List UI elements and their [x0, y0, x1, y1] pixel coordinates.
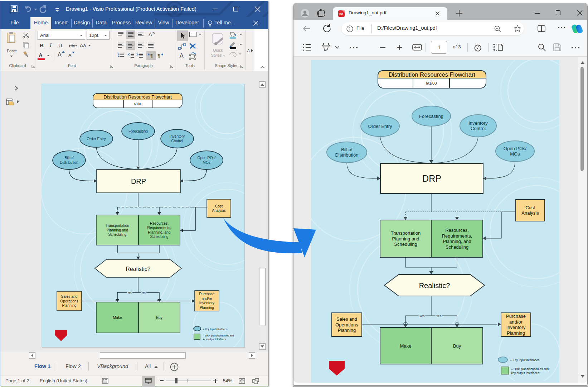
- svg-text:Realistic?: Realistic?: [126, 266, 150, 272]
- svg-text:Order Entry: Order Entry: [87, 137, 106, 141]
- svg-text:Requirements,: Requirements,: [442, 233, 472, 239]
- svg-text:Distribution Resources Flowcha: Distribution Resources Flowchart: [103, 94, 172, 100]
- svg-text:Inventory: Inventory: [506, 325, 526, 330]
- svg-text:Cost: Cost: [215, 204, 223, 208]
- svg-text:Purchase: Purchase: [506, 314, 526, 319]
- svg-text:Scheduling: Scheduling: [108, 233, 127, 236]
- svg-text:MOs: MOs: [203, 161, 210, 164]
- svg-text:Open POs/: Open POs/: [504, 146, 527, 151]
- svg-text:= DRP plans/schedules and: = DRP plans/schedules and: [203, 334, 234, 337]
- svg-text:Order Entry: Order Entry: [368, 124, 392, 129]
- svg-text:Scheduling: Scheduling: [394, 242, 417, 247]
- svg-text:Distribution Resources Flowcha: Distribution Resources Flowchart: [389, 71, 476, 78]
- svg-text:Planning, and: Planning, and: [148, 230, 171, 234]
- svg-text:Cost: Cost: [525, 205, 535, 210]
- svg-text:A: A: [149, 31, 152, 37]
- svg-text:Open POs/: Open POs/: [198, 156, 216, 160]
- svg-text:Buy: Buy: [453, 343, 461, 349]
- svg-text:Resources,: Resources,: [150, 221, 169, 225]
- svg-text:Bill of: Bill of: [64, 156, 73, 160]
- svg-text:DRP: DRP: [422, 173, 441, 183]
- svg-text:= DRP plans/schedules and: = DRP plans/schedules and: [511, 367, 549, 371]
- svg-text:Resources,: Resources,: [445, 228, 469, 233]
- svg-text:Planning and: Planning and: [392, 236, 419, 242]
- svg-text:key output interfaces: key output interfaces: [511, 371, 539, 375]
- svg-text:Operations: Operations: [335, 322, 358, 328]
- svg-text:DRP: DRP: [131, 177, 146, 185]
- svg-text:Transportation: Transportation: [106, 224, 129, 228]
- svg-text:Yes: Yes: [127, 291, 132, 294]
- svg-text:Yes: Yes: [141, 291, 146, 294]
- svg-text:Inventory: Inventory: [199, 301, 215, 305]
- svg-text:Inventory: Inventory: [170, 134, 185, 138]
- svg-text:Buy: Buy: [156, 316, 163, 320]
- svg-text:Sales and: Sales and: [336, 316, 357, 322]
- svg-text:Yes: Yes: [419, 314, 425, 318]
- svg-text:Control: Control: [171, 139, 183, 143]
- svg-text:Yes: Yes: [436, 314, 442, 318]
- svg-text:Forecasting: Forecasting: [419, 114, 443, 119]
- svg-text:Forecasting: Forecasting: [128, 129, 148, 133]
- svg-text:key output interfaces: key output interfaces: [203, 338, 226, 341]
- svg-text:Transportation: Transportation: [391, 230, 421, 236]
- svg-text:Scheduling: Scheduling: [150, 235, 169, 239]
- svg-text:Planning, and: Planning, and: [443, 239, 471, 244]
- svg-text:Make: Make: [400, 343, 412, 349]
- svg-text:Inventory: Inventory: [468, 120, 488, 126]
- svg-text:Scheduling: Scheduling: [446, 244, 468, 250]
- svg-text:Purchase: Purchase: [199, 292, 215, 296]
- svg-text:Distribution: Distribution: [60, 161, 78, 164]
- svg-text:= Key Input interfaces: = Key Input interfaces: [203, 328, 227, 331]
- svg-text:Planning: Planning: [62, 304, 76, 307]
- svg-text:Planning and: Planning and: [107, 228, 128, 232]
- svg-text:= Key Input interfaces: = Key Input interfaces: [510, 358, 539, 362]
- svg-text:Bill of: Bill of: [341, 147, 353, 152]
- svg-text:Planning: Planning: [200, 306, 214, 310]
- svg-text:Analysis: Analysis: [521, 210, 539, 216]
- svg-text:Sales and: Sales and: [61, 295, 78, 298]
- svg-text:6/1/00: 6/1/00: [426, 81, 437, 85]
- svg-text:Control: Control: [471, 126, 486, 131]
- svg-text:Make: Make: [113, 316, 122, 320]
- svg-text:and/or: and/or: [201, 297, 212, 301]
- svg-text:Operations: Operations: [60, 299, 78, 303]
- svg-text:PDF: PDF: [339, 13, 344, 15]
- svg-text:6/1/00: 6/1/00: [134, 102, 142, 106]
- svg-text:¶: ¶: [150, 53, 153, 58]
- svg-text:Requirements,: Requirements,: [147, 226, 171, 230]
- svg-text:¶: ¶: [157, 53, 160, 58]
- svg-text:Planning: Planning: [507, 330, 525, 336]
- svg-text:Realistic?: Realistic?: [419, 282, 450, 290]
- svg-text:Distribution: Distribution: [335, 152, 358, 158]
- svg-text:MOs: MOs: [510, 151, 520, 157]
- svg-text:Planning: Planning: [338, 328, 356, 333]
- svg-text:and/or: and/or: [509, 319, 523, 325]
